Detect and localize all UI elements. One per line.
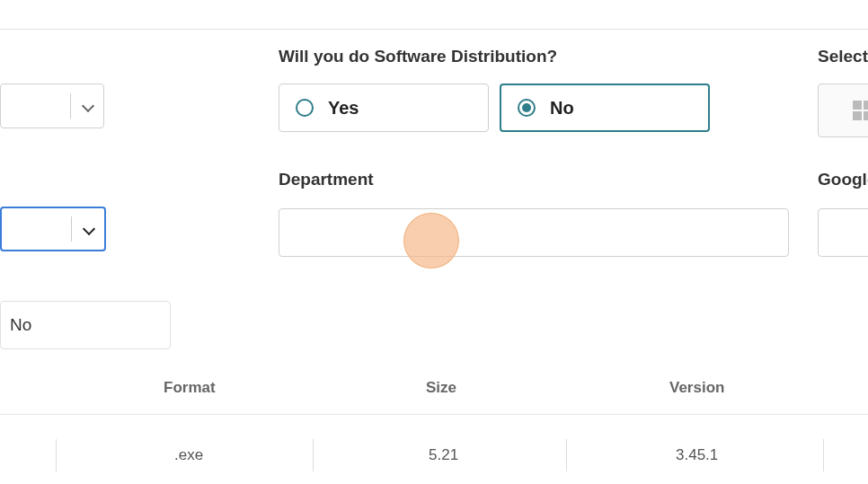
google-label: Google [818, 170, 868, 189]
dropdown-1[interactable] [0, 84, 104, 128]
th-format: Format [164, 379, 216, 397]
software-distribution-label: Will you do Software Distribution? [279, 47, 557, 66]
cursor-highlight-icon [403, 213, 459, 268]
readonly-no-text: No [10, 315, 31, 335]
th-version: Version [669, 379, 724, 397]
chevron-down-icon [83, 223, 95, 235]
radio-dot-icon [522, 103, 531, 112]
select-os-label: Select [818, 47, 868, 66]
cell-separator [823, 439, 824, 471]
radio-no[interactable]: No [500, 84, 710, 132]
top-divider [0, 29, 868, 30]
radio-yes[interactable]: Yes [279, 84, 489, 132]
readonly-no-value: No [0, 301, 171, 349]
department-input[interactable] [279, 208, 789, 257]
cell-separator [56, 439, 57, 471]
dropdown-separator [70, 93, 71, 119]
table-header-row: Format Size Version [0, 379, 868, 415]
th-size: Size [426, 379, 456, 397]
td-size: 5.21 [429, 446, 458, 464]
dropdown-2[interactable] [0, 207, 106, 251]
cell-separator [566, 439, 567, 471]
td-format: .exe [174, 446, 203, 464]
td-version: 3.45.1 [676, 446, 718, 464]
radio-circle-icon [518, 99, 536, 117]
radio-no-label: No [550, 98, 574, 119]
windows-icon [853, 101, 868, 120]
radio-yes-label: Yes [328, 98, 359, 119]
radio-circle-icon [296, 99, 314, 117]
department-label: Department [279, 170, 374, 189]
os-windows-card[interactable] [818, 84, 868, 137]
table-row: .exe 5.21 3.45.1 [0, 446, 868, 484]
google-input[interactable] [818, 208, 868, 257]
cell-separator [313, 439, 314, 471]
chevron-down-icon [82, 100, 94, 112]
dropdown-separator [71, 216, 72, 242]
